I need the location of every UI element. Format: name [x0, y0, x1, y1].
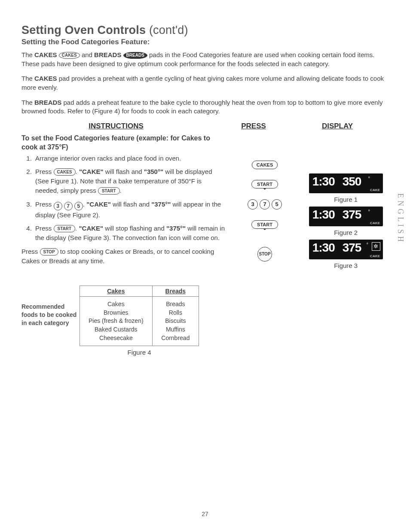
start-key-icon: START [98, 187, 120, 195]
figure-3-caption: Figure 3 [303, 262, 389, 269]
display-column: 1:30 350 ° CAKE Figure 1 1:30 375 ° CAKE… [303, 134, 389, 273]
page-number: 27 [21, 511, 389, 517]
display-panel-3: 1:30 375 ° ✲ CAKE [309, 240, 383, 259]
key-7-icon: 7 [64, 202, 73, 210]
title-main: Setting Oven Controls [21, 24, 146, 36]
display-temp: 375 [343, 241, 361, 255]
display-mode: CAKE [370, 254, 380, 258]
key-5-icon: 5 [74, 202, 83, 210]
title-contd: (cont'd) [149, 24, 188, 36]
table-label: Recommended foods to be cooked in each c… [21, 286, 80, 327]
intro-para-1: The CAKES CAKES and BREADS BREADS pads i… [21, 51, 389, 68]
press-stop-button: STOP [257, 247, 272, 261]
breads-pad-icon: BREADS [123, 52, 147, 59]
th-cakes: Cakes [80, 286, 153, 297]
cakes-pad-icon: CAKES [59, 52, 80, 59]
display-temp: 350 [343, 175, 361, 188]
td-breads-items: Breads Rolls Biscuits Muffins Cornbread [152, 297, 199, 346]
intro-para-3: The BREADS pad adds a preheat feature to… [21, 98, 389, 116]
col-header-instructions: INSTRUCTIONS [21, 122, 211, 131]
display-time: 1:30 [312, 208, 335, 222]
display-panel-1: 1:30 350 ° CAKE [309, 173, 383, 193]
post-steps: Press STOP to stop cooking Cakes or Brea… [21, 247, 226, 266]
recommended-foods-table: Cakes Breads Cakes Brownies Pies (fresh … [80, 286, 199, 346]
press-7-button: 7 [260, 199, 270, 210]
display-mode: CAKE [370, 188, 380, 192]
page-title: Setting Oven Controls (cont'd) [21, 24, 389, 37]
display-temp: 375 [343, 208, 361, 222]
example-title: To set the Food Categories feature (exam… [21, 134, 226, 152]
press-5-button: 5 [272, 199, 282, 210]
cakes-key-icon: CAKES [54, 168, 76, 176]
col-header-press: PRESS [211, 122, 297, 131]
display-time: 1:30 [312, 241, 335, 255]
step-3: Press 3 7 5. "CAKE" will flash and "375°… [34, 200, 226, 220]
step-2: Press CAKES. "CAKE" will flash and "350°… [34, 167, 226, 195]
press-start-button: START [251, 180, 278, 188]
press-start-button-2: START [251, 220, 278, 229]
stop-key-icon: STOP [40, 248, 58, 255]
press-cakes-button: CAKES [252, 161, 278, 169]
figure-2-caption: Figure 2 [303, 229, 389, 236]
td-cakes-items: Cakes Brownies Pies (fresh & frozen) Bak… [80, 297, 153, 346]
step-4: Press START. "CAKE" will stop flashing a… [34, 224, 226, 243]
step-1: Arrange interior oven racks and place fo… [34, 154, 226, 163]
steps-list: Arrange interior oven racks and place fo… [21, 154, 226, 243]
display-time: 1:30 [312, 175, 335, 188]
start-key-icon: START [54, 225, 76, 232]
key-3-icon: 3 [54, 202, 62, 210]
intro-para-2: The CAKES pad provides a preheat with a … [21, 74, 389, 92]
press-column: CAKES START 375 START STOP [226, 134, 303, 272]
display-mode: CAKE [370, 221, 380, 225]
language-indicator: ENGLISH [396, 193, 405, 244]
figure-4-caption: Figure 4 [80, 349, 199, 356]
col-header-display: DISPLAY [297, 122, 378, 131]
fan-icon: ✲ [372, 242, 380, 251]
press-3-button: 3 [248, 199, 258, 210]
display-panel-2: 1:30 375 ° CAKE [309, 207, 383, 226]
th-breads: Breads [152, 286, 199, 297]
figure-1-caption: Figure 1 [303, 196, 389, 203]
section-subhead: Setting the Food Categories Feature: [21, 38, 389, 46]
